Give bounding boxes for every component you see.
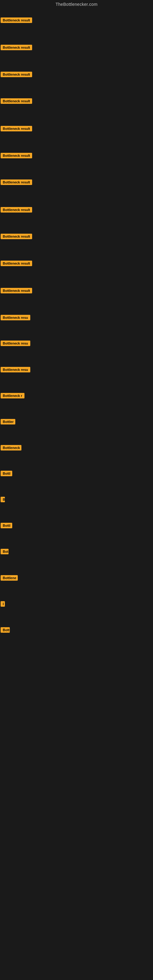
bottleneck-badge-row: Bottleneck result — [1, 153, 32, 159]
bottleneck-badge-row: Bottleneck result — [1, 45, 32, 51]
bottleneck-badge-row: Bottl — [1, 471, 12, 477]
bottleneck-badge: Bottleneck result — [1, 98, 32, 104]
bottleneck-badge: Bottleneck resu — [1, 367, 30, 372]
bottleneck-badge: Bottl — [1, 523, 12, 528]
bottleneck-badge: Bottleneck result — [1, 261, 32, 266]
bottleneck-badge: Bottler — [1, 419, 15, 425]
bottleneck-badge-row: Bottleneck resu — [1, 340, 30, 347]
bottleneck-badge-row: Bottlene — [1, 575, 18, 582]
bottleneck-badge-row: Bottleneck result — [1, 288, 32, 294]
bottleneck-badge-row: Bottleneck resu — [1, 367, 30, 374]
bottleneck-badge: Bottleneck result — [1, 288, 32, 293]
bottleneck-badge-row: Bottl — [1, 523, 12, 530]
bottleneck-badge: Bottleneck r — [1, 393, 24, 398]
bottleneck-badge: Bottleneck resu — [1, 315, 30, 320]
site-title: TheBottlenecker.com — [0, 0, 153, 8]
bottleneck-badge: Bottleneck result — [1, 207, 32, 213]
bottleneck-badge-row: Bottleneck — [1, 445, 21, 452]
bottleneck-badge-row: Bottleneck result — [1, 207, 32, 214]
bottleneck-badge: Bottleneck result — [1, 18, 32, 23]
bottleneck-badge: Bottl — [1, 471, 12, 476]
bottleneck-badge-row: Bottleneck result — [1, 261, 32, 267]
bottleneck-badge: Bottleneck resu — [1, 340, 30, 346]
bottleneck-badge-row: Bott — [1, 627, 10, 634]
bottleneck-badge: Bottleneck result — [1, 126, 32, 131]
bottleneck-badge-row: Bottleneck result — [1, 180, 32, 186]
bottleneck-badge: Bottleneck result — [1, 72, 32, 77]
page-container: TheBottlenecker.com Bottleneck resultBot… — [0, 0, 153, 980]
bottleneck-badge-row: Bottleneck result — [1, 98, 32, 105]
bottleneck-badge: Bottleneck result — [1, 234, 32, 239]
bottleneck-badge-row: B — [1, 497, 5, 503]
bottleneck-badge: Bott — [1, 627, 10, 633]
bottleneck-badge-row: Bottleneck result — [1, 18, 32, 24]
bottleneck-badge: Bottlene — [1, 575, 18, 581]
bottleneck-badge-row: I — [1, 601, 5, 608]
bottleneck-badge: Bottleneck result — [1, 45, 32, 50]
bottleneck-badge: Bottleneck — [1, 445, 21, 450]
bottleneck-badge-row: Bottleneck r — [1, 393, 24, 400]
bottleneck-badge-row: Bottleneck result — [1, 126, 32, 133]
bottleneck-badge-row: Bot — [1, 549, 9, 555]
bottleneck-badge-row: Bottleneck resu — [1, 315, 30, 321]
bottleneck-badge: Bottleneck result — [1, 180, 32, 185]
bottleneck-badge-row: Bottleneck result — [1, 234, 32, 240]
bottleneck-badge: B — [1, 497, 5, 502]
bottleneck-badge: I — [1, 601, 5, 607]
bottleneck-badge: Bottleneck result — [1, 153, 32, 158]
bottleneck-badge: Bot — [1, 549, 9, 554]
bottleneck-badge-row: Bottler — [1, 419, 15, 426]
bottleneck-badge-row: Bottleneck result — [1, 72, 32, 78]
